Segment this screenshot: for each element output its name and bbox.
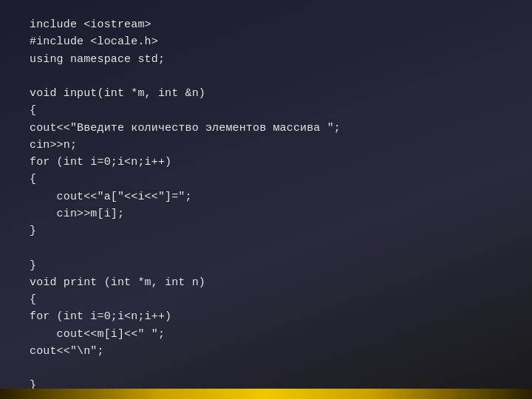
bottom-bar bbox=[0, 389, 532, 399]
slide-container: include <iostream> #include <locale.h> u… bbox=[0, 0, 532, 399]
code-block: include <iostream> #include <locale.h> u… bbox=[30, 16, 341, 395]
